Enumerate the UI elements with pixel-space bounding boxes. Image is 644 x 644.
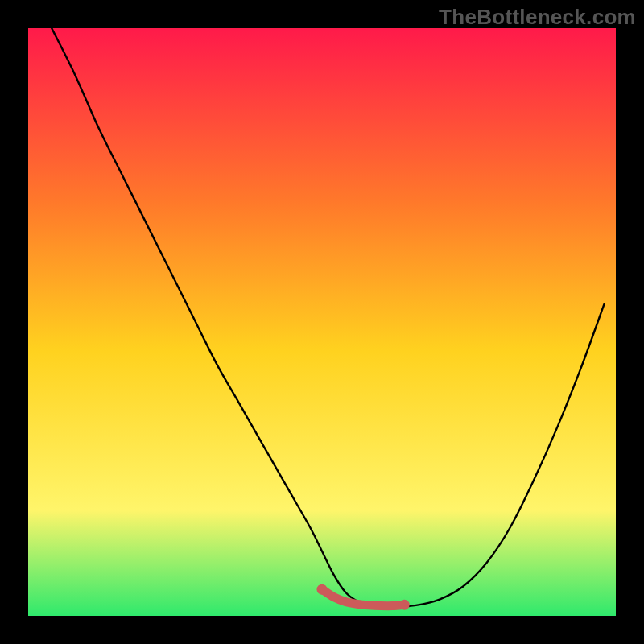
optimal-range-start-dot: [317, 584, 328, 595]
watermark-text: TheBottleneck.com: [439, 5, 636, 30]
bottleneck-chart: [28, 28, 616, 616]
chart-frame: TheBottleneck.com: [0, 0, 644, 644]
gradient-background: [28, 28, 616, 616]
plot-area: [28, 28, 616, 616]
optimal-range-end-dot: [399, 600, 410, 610]
